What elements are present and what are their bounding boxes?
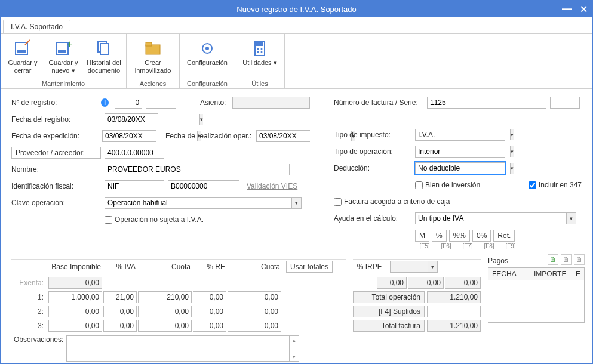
r2-pre[interactable]: 0,00 xyxy=(193,306,226,317)
proveedor-input[interactable] xyxy=(105,147,164,159)
asiento-input xyxy=(232,97,310,109)
incluir-347-checkbox[interactable]: Incluir en 347 xyxy=(529,181,582,189)
scroll-up-icon[interactable]: ▴ xyxy=(293,337,296,343)
svg-point-15 xyxy=(261,48,263,50)
ribbon-historial[interactable]: Historial del documento xyxy=(85,36,122,79)
factura-caja-checkbox[interactable]: Factura acogida a criterio de caja xyxy=(334,198,450,206)
exenta-base: 0,00 xyxy=(48,277,102,289)
tipo-op-combo[interactable]: ▾ xyxy=(415,146,505,158)
col-cuota1: Cuota xyxy=(138,261,192,272)
r3-pre[interactable]: 0,00 xyxy=(193,320,226,332)
exenta-label: Exenta: xyxy=(11,279,47,287)
nregistro-label: Nº de registro: xyxy=(11,98,97,107)
total-fact-label: Total factura xyxy=(353,320,425,332)
r2-piva[interactable]: 0,00 xyxy=(103,306,137,317)
irpf-extra-combo[interactable]: ▾ xyxy=(390,261,438,273)
nombre-input[interactable] xyxy=(105,164,290,175)
doc-edit-icon[interactable]: 🗎 xyxy=(561,254,572,265)
history-icon xyxy=(94,39,113,58)
idfisc-tipo-combo[interactable]: ▾ xyxy=(105,180,164,192)
ayuda-label: Ayuda en el cálculo: xyxy=(334,214,411,223)
ribbon-guardar-cerrar[interactable]: Guardar y cerrar xyxy=(4,36,41,79)
fecha-exp-combo[interactable]: ▾ xyxy=(102,130,156,142)
bien-inversion-checkbox[interactable]: Bien de inversión xyxy=(415,181,480,189)
r3-cuota2[interactable]: 0,00 xyxy=(228,320,281,332)
ribbon: Guardar y cerrar + Guardar y nuevo ▾ His… xyxy=(1,34,592,89)
suplidos-val[interactable] xyxy=(427,306,481,317)
total-fact-val: 1.210,00 xyxy=(427,320,481,332)
fecha-exp-label: Fecha de expedición: xyxy=(11,132,99,140)
ribbon-group-acciones: Acciones xyxy=(130,79,176,87)
helper-ret[interactable]: Ret. xyxy=(493,230,515,242)
pagos-body[interactable] xyxy=(488,280,584,322)
fecha-real-combo[interactable]: ▾ xyxy=(256,130,310,142)
save-close-icon xyxy=(13,39,32,58)
chevron-down-icon[interactable]: ▾ xyxy=(428,261,437,272)
deduccion-combo[interactable]: ▾ xyxy=(415,162,505,174)
nregistro-a-input[interactable] xyxy=(115,97,142,109)
ayuda-combo[interactable]: ▾ xyxy=(415,212,576,224)
col-piva: % IVA xyxy=(103,261,137,272)
chevron-down-icon[interactable]: ▾ xyxy=(566,213,576,224)
ribbon-crear-inmovilizado[interactable]: Crear inmovilizado xyxy=(130,36,176,79)
svg-point-17 xyxy=(261,51,263,53)
fecha-reg-label: Fecha del registro: xyxy=(11,115,101,124)
r1-pre[interactable]: 0,00 xyxy=(193,291,226,303)
chevron-down-icon[interactable]: ▾ xyxy=(291,198,301,208)
vies-link[interactable]: Validación VIES xyxy=(247,182,297,190)
idfisc-num-input[interactable] xyxy=(168,180,239,192)
ribbon-utilidades[interactable]: Utilidades ▾ xyxy=(239,36,281,79)
ribbon-group-utiles: Útiles xyxy=(239,79,281,87)
r3-piva[interactable]: 0,00 xyxy=(103,320,137,332)
no-sujeta-checkbox[interactable]: Operación no sujeta a I.V.A. xyxy=(105,215,204,224)
r1-base[interactable]: 1.000,00 xyxy=(48,291,102,303)
ribbon-guardar-nuevo[interactable]: + Guardar y nuevo ▾ xyxy=(45,36,82,79)
tipo-imp-combo[interactable]: ▾ xyxy=(415,129,505,141)
folder-icon xyxy=(143,39,162,58)
svg-rect-4 xyxy=(58,50,66,53)
scroll-down-icon[interactable]: ▾ xyxy=(293,354,296,360)
total-op-label: Total operación xyxy=(353,291,425,303)
tab-iva-soportado[interactable]: I.V.A. Soportado xyxy=(3,20,70,33)
observaciones-textarea[interactable]: ▴▾ xyxy=(66,335,299,362)
usar-totales-button[interactable]: Usar totales xyxy=(286,261,333,273)
chevron-down-icon[interactable]: ▾ xyxy=(199,114,203,125)
r3-cuota1[interactable]: 0,00 xyxy=(138,320,192,332)
clave-combo[interactable]: ▾ xyxy=(105,197,302,209)
chevron-down-icon[interactable]: ▾ xyxy=(510,129,514,140)
proveedor-label[interactable]: Proveedor / acreedor: xyxy=(11,147,101,159)
ribbon-configuracion[interactable]: Configuración xyxy=(183,36,231,79)
chevron-down-icon[interactable]: ▾ xyxy=(510,163,514,174)
r1-cuota2[interactable]: 0,00 xyxy=(228,291,281,303)
chevron-down-icon[interactable]: ▾ xyxy=(510,146,514,157)
doc-add-icon[interactable]: 🗎 xyxy=(548,254,558,265)
r2-base[interactable]: 0,00 xyxy=(48,306,102,317)
close-button[interactable]: ✕ xyxy=(580,4,588,15)
numfact-input[interactable] xyxy=(427,97,546,109)
info-icon[interactable]: i xyxy=(101,98,109,107)
r1-piva[interactable]: 21,00 xyxy=(103,291,137,303)
r1-cuota1[interactable]: 210,00 xyxy=(138,291,192,303)
nregistro-b-combo[interactable]: ▾ xyxy=(146,97,176,109)
col-pirpf: % IRPF xyxy=(353,261,383,272)
clave-label: Clave operación: xyxy=(11,199,101,207)
suplidos-label[interactable]: [F4] Suplidos xyxy=(353,306,425,317)
doc-del-icon[interactable]: 🗎 xyxy=(574,254,585,265)
irpf-v2: 0,00 xyxy=(445,277,481,289)
fecha-reg-combo[interactable]: ▾ xyxy=(105,113,158,125)
svg-rect-1 xyxy=(17,50,26,53)
helper-m[interactable]: M xyxy=(415,230,429,242)
r2-cuota2[interactable]: 0,00 xyxy=(228,306,281,317)
svg-point-14 xyxy=(257,48,259,50)
minimize-button[interactable]: — xyxy=(562,4,572,15)
helper-pct[interactable]: % xyxy=(432,230,447,242)
svg-rect-9 xyxy=(146,42,152,46)
pagos-label: Pagos xyxy=(488,257,543,265)
tabstrip: I.V.A. Soportado xyxy=(1,17,592,34)
col-pre: % RE xyxy=(193,261,226,272)
r2-cuota1[interactable]: 0,00 xyxy=(138,306,192,317)
helper-0pct[interactable]: 0% xyxy=(472,230,491,242)
helper-pctpct[interactable]: %% xyxy=(449,230,470,242)
serie-input[interactable] xyxy=(550,97,580,109)
r3-base[interactable]: 0,00 xyxy=(48,320,102,332)
